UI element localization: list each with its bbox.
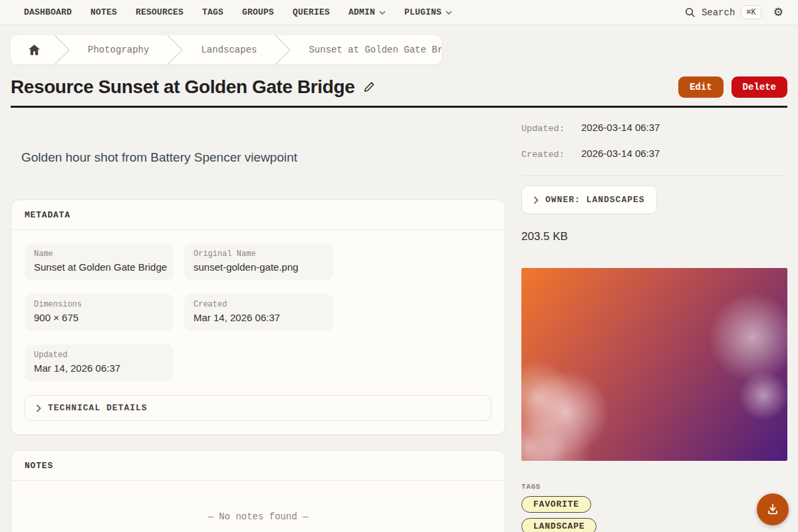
nav-item-groups[interactable]: GROUPS bbox=[242, 7, 274, 17]
pencil-icon bbox=[362, 80, 376, 94]
field-name-label: Name bbox=[34, 249, 164, 259]
notes-title: NOTES bbox=[25, 461, 53, 471]
top-navbar: DASHBOARD NOTES RESOURCES TAGS GROUPS QU… bbox=[0, 0, 798, 25]
tag-favorite[interactable]: FAVORITE bbox=[521, 496, 591, 513]
search-label: Search bbox=[702, 7, 735, 18]
field-original-name: Original Name sunset-golden-gate.png bbox=[184, 243, 333, 281]
download-icon bbox=[765, 502, 780, 517]
created-label: Created: bbox=[521, 150, 581, 160]
field-dimensions: Dimensions 900 × 675 bbox=[25, 294, 174, 331]
nav-item-plugins-label: PLUGINS bbox=[404, 7, 442, 17]
nav-item-plugins[interactable]: PLUGINS bbox=[404, 7, 452, 17]
metadata-title: METADATA bbox=[25, 210, 70, 220]
file-size: 203.5 KB bbox=[521, 230, 787, 243]
field-updated-value: Mar 14, 2026 06:37 bbox=[34, 362, 164, 374]
tags-section: TAGS FAVORITE LANDSCAPE bbox=[521, 483, 787, 532]
metadata-card: METADATA Name Sunset at Golden Gate Brid… bbox=[11, 200, 505, 435]
nav-item-dashboard[interactable]: DASHBOARD bbox=[24, 7, 72, 17]
breadcrumb-separator bbox=[166, 35, 184, 65]
notes-empty-text: — No notes found — bbox=[11, 481, 505, 532]
delete-button[interactable]: Delete bbox=[732, 76, 787, 98]
owner-toggle-label: OWNER: LANDSCAPES bbox=[545, 195, 645, 205]
chevron-down-icon bbox=[379, 11, 386, 15]
resource-description: Golden hour shot from Battery Spencer vi… bbox=[21, 150, 505, 165]
field-original-name-label: Original Name bbox=[194, 249, 324, 259]
nav-item-notes[interactable]: NOTES bbox=[90, 7, 117, 17]
download-button[interactable] bbox=[757, 493, 789, 525]
chevron-right-icon bbox=[533, 196, 539, 204]
title-row: Resource Sunset at Golden Gate Bridge Ed… bbox=[11, 76, 787, 98]
nav-menu: DASHBOARD NOTES RESOURCES TAGS GROUPS QU… bbox=[24, 7, 452, 17]
home-icon bbox=[29, 45, 40, 55]
created-row: Created: 2026-03-14 06:37 bbox=[521, 148, 787, 160]
edit-title-pencil[interactable] bbox=[362, 80, 376, 94]
technical-details-toggle[interactable]: TECHNICAL DETAILS bbox=[25, 395, 491, 421]
field-created-value: Mar 14, 2026 06:37 bbox=[194, 312, 324, 323]
nav-item-queries[interactable]: QUERIES bbox=[293, 7, 330, 17]
tags-title: TAGS bbox=[521, 483, 787, 491]
field-dimensions-value: 900 × 675 bbox=[34, 312, 164, 323]
field-updated: Updated Mar 14, 2026 06:37 bbox=[25, 344, 174, 382]
breadcrumb-item-photography[interactable]: Photography bbox=[70, 45, 166, 55]
metadata-card-header: METADATA bbox=[11, 200, 505, 230]
field-name-value: Sunset at Golden Gate Bridge bbox=[34, 261, 164, 273]
notes-card-header: NOTES bbox=[11, 451, 505, 481]
edit-button[interactable]: Edit bbox=[678, 76, 724, 98]
updated-row: Updated: 2026-03-14 06:37 bbox=[521, 122, 787, 134]
field-original-name-value: sunset-golden-gate.png bbox=[194, 261, 324, 273]
breadcrumb-item-current: Sunset at Golden Gate Bridge bbox=[291, 45, 442, 55]
nav-item-admin-label: ADMIN bbox=[348, 7, 375, 17]
search-shortcut-badge: ⌘K bbox=[741, 5, 761, 19]
left-column: Golden hour shot from Battery Spencer vi… bbox=[11, 108, 505, 532]
nav-item-admin[interactable]: ADMIN bbox=[348, 7, 386, 17]
field-dimensions-label: Dimensions bbox=[34, 300, 164, 309]
breadcrumb: Photography Landscapes Sunset at Golden … bbox=[11, 35, 442, 65]
notes-card: NOTES — No notes found — bbox=[11, 450, 505, 532]
page-title: Resource Sunset at Golden Gate Bridge bbox=[11, 76, 354, 98]
updated-label: Updated: bbox=[521, 124, 581, 134]
chevron-right-icon bbox=[36, 404, 41, 412]
breadcrumb-home[interactable] bbox=[11, 45, 53, 55]
right-column: Updated: 2026-03-14 06:37 Created: 2026-… bbox=[521, 108, 787, 532]
updated-value: 2026-03-14 06:37 bbox=[581, 122, 660, 133]
created-value: 2026-03-14 06:37 bbox=[581, 148, 660, 159]
search-button[interactable]: Search ⌘K bbox=[685, 5, 761, 19]
owner-toggle[interactable]: OWNER: LANDSCAPES bbox=[521, 186, 657, 214]
right-divider bbox=[521, 176, 787, 176]
breadcrumb-item-landscapes[interactable]: Landscapes bbox=[184, 45, 274, 55]
breadcrumb-separator bbox=[53, 35, 70, 65]
breadcrumb-separator bbox=[274, 35, 291, 65]
tag-landscape[interactable]: LANDSCAPE bbox=[521, 518, 597, 532]
main-content: Golden hour shot from Battery Spencer vi… bbox=[0, 108, 798, 532]
field-created: Created Mar 14, 2026 06:37 bbox=[184, 294, 333, 331]
nav-item-tags[interactable]: TAGS bbox=[202, 7, 223, 17]
settings-gear-icon[interactable]: ⚙ bbox=[773, 7, 783, 18]
chevron-down-icon bbox=[446, 11, 452, 15]
field-updated-label: Updated bbox=[34, 350, 164, 360]
field-created-label: Created bbox=[194, 300, 324, 309]
resource-preview-image[interactable] bbox=[521, 268, 787, 461]
technical-details-label: TECHNICAL DETAILS bbox=[48, 403, 148, 413]
nav-item-resources[interactable]: RESOURCES bbox=[136, 7, 184, 17]
search-icon bbox=[685, 7, 696, 18]
field-name: Name Sunset at Golden Gate Bridge bbox=[25, 243, 174, 281]
